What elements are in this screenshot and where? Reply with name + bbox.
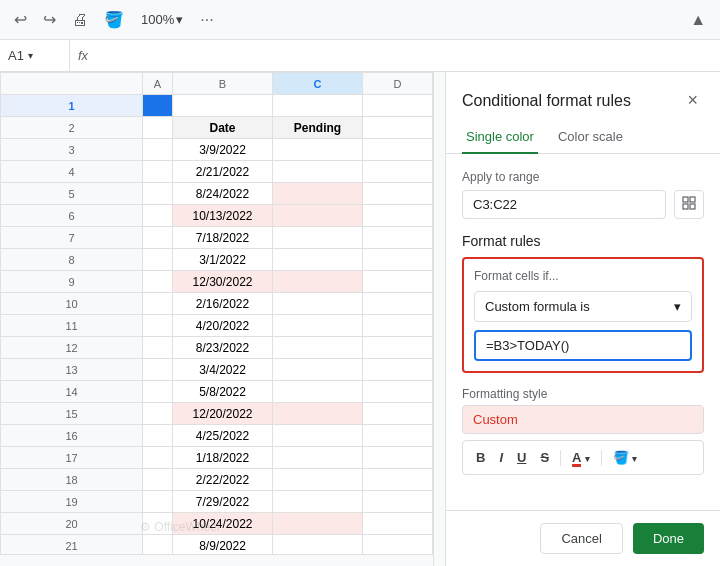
horizontal-scrollbar[interactable] [0, 554, 433, 566]
cell-a6[interactable] [143, 205, 173, 227]
cell-b19[interactable]: 7/29/2022 [173, 491, 273, 513]
cell-c13[interactable] [273, 359, 363, 381]
zoom-selector[interactable]: 100% ▾ [136, 9, 188, 30]
cell-c1[interactable] [273, 95, 363, 117]
cell-b9[interactable]: 12/30/2022 [173, 271, 273, 293]
cell-d4[interactable] [363, 161, 433, 183]
cell-b18[interactable]: 2/22/2022 [173, 469, 273, 491]
cell-a2[interactable] [143, 117, 173, 139]
italic-button[interactable]: I [494, 447, 508, 468]
cell-c5[interactable] [273, 183, 363, 205]
cell-a18[interactable] [143, 469, 173, 491]
cell-a11[interactable] [143, 315, 173, 337]
cell-c3[interactable] [273, 139, 363, 161]
cell-c10[interactable] [273, 293, 363, 315]
cell-b15[interactable]: 12/20/2022 [173, 403, 273, 425]
cell-a16[interactable] [143, 425, 173, 447]
strikethrough-button[interactable]: S [535, 447, 554, 468]
col-header-c[interactable]: C [273, 73, 363, 95]
cell-a3[interactable] [143, 139, 173, 161]
redo-button[interactable]: ↪ [39, 6, 60, 33]
col-header-a[interactable]: A [143, 73, 173, 95]
cell-a19[interactable] [143, 491, 173, 513]
cell-d18[interactable] [363, 469, 433, 491]
cell-b17[interactable]: 1/18/2022 [173, 447, 273, 469]
cell-d7[interactable] [363, 227, 433, 249]
vertical-scrollbar[interactable] [433, 72, 445, 566]
cell-a1[interactable] [143, 95, 173, 117]
cell-b20[interactable]: 10/24/2022 [173, 513, 273, 535]
select-range-button[interactable] [674, 190, 704, 219]
cell-a13[interactable] [143, 359, 173, 381]
done-button[interactable]: Done [633, 523, 704, 554]
cell-c6[interactable] [273, 205, 363, 227]
col-header-b[interactable]: B [173, 73, 273, 95]
cell-a12[interactable] [143, 337, 173, 359]
cell-a5[interactable] [143, 183, 173, 205]
cell-c17[interactable] [273, 447, 363, 469]
cell-c7[interactable] [273, 227, 363, 249]
cell-d5[interactable] [363, 183, 433, 205]
cell-a15[interactable] [143, 403, 173, 425]
cell-c2[interactable]: Pending [273, 117, 363, 139]
cell-b14[interactable]: 5/8/2022 [173, 381, 273, 403]
cell-b7[interactable]: 7/18/2022 [173, 227, 273, 249]
cell-a10[interactable] [143, 293, 173, 315]
cell-c16[interactable] [273, 425, 363, 447]
cell-a7[interactable] [143, 227, 173, 249]
cell-c19[interactable] [273, 491, 363, 513]
cell-c15[interactable] [273, 403, 363, 425]
panel-close-button[interactable]: × [681, 88, 704, 113]
cell-b10[interactable]: 2/16/2022 [173, 293, 273, 315]
cell-d15[interactable] [363, 403, 433, 425]
cell-c18[interactable] [273, 469, 363, 491]
cell-d19[interactable] [363, 491, 433, 513]
cell-b12[interactable]: 8/23/2022 [173, 337, 273, 359]
cell-d13[interactable] [363, 359, 433, 381]
cell-c4[interactable] [273, 161, 363, 183]
cell-c9[interactable] [273, 271, 363, 293]
formula-type-dropdown[interactable]: Custom formula is ▾ [474, 291, 692, 322]
tab-color-scale[interactable]: Color scale [554, 121, 627, 154]
paint-format-button[interactable]: 🪣 [100, 6, 128, 33]
cell-a4[interactable] [143, 161, 173, 183]
bold-button[interactable]: B [471, 447, 490, 468]
cell-a8[interactable] [143, 249, 173, 271]
collapse-button[interactable]: ▲ [686, 7, 710, 33]
cell-d20[interactable] [363, 513, 433, 535]
cell-b21[interactable]: 8/9/2022 [173, 535, 273, 555]
cell-b16[interactable]: 4/25/2022 [173, 425, 273, 447]
cell-c8[interactable] [273, 249, 363, 271]
cell-d12[interactable] [363, 337, 433, 359]
cell-b8[interactable]: 3/1/2022 [173, 249, 273, 271]
cell-a9[interactable] [143, 271, 173, 293]
cell-d2[interactable] [363, 117, 433, 139]
cell-b6[interactable]: 10/13/2022 [173, 205, 273, 227]
cell-b3[interactable]: 3/9/2022 [173, 139, 273, 161]
cell-reference-box[interactable]: A1 ▾ [0, 40, 70, 71]
cell-d10[interactable] [363, 293, 433, 315]
cell-d8[interactable] [363, 249, 433, 271]
cell-a21[interactable] [143, 535, 173, 555]
cell-b1[interactable] [173, 95, 273, 117]
undo-button[interactable]: ↩ [10, 6, 31, 33]
text-color-button[interactable]: A ▾ [567, 447, 595, 468]
underline-button[interactable]: U [512, 447, 531, 468]
cell-d16[interactable] [363, 425, 433, 447]
cell-b13[interactable]: 3/4/2022 [173, 359, 273, 381]
print-button[interactable]: 🖨 [68, 7, 92, 33]
fill-color-button[interactable]: 🪣 ▾ [608, 447, 643, 468]
cell-d11[interactable] [363, 315, 433, 337]
cell-a20[interactable] [143, 513, 173, 535]
range-input[interactable] [462, 190, 666, 219]
col-header-d[interactable]: D [363, 73, 433, 95]
cell-b5[interactable]: 8/24/2022 [173, 183, 273, 205]
cell-c14[interactable] [273, 381, 363, 403]
cell-d3[interactable] [363, 139, 433, 161]
cell-d17[interactable] [363, 447, 433, 469]
cell-c12[interactable] [273, 337, 363, 359]
cell-d1[interactable] [363, 95, 433, 117]
tab-single-color[interactable]: Single color [462, 121, 538, 154]
cell-a14[interactable] [143, 381, 173, 403]
cell-d21[interactable] [363, 535, 433, 555]
